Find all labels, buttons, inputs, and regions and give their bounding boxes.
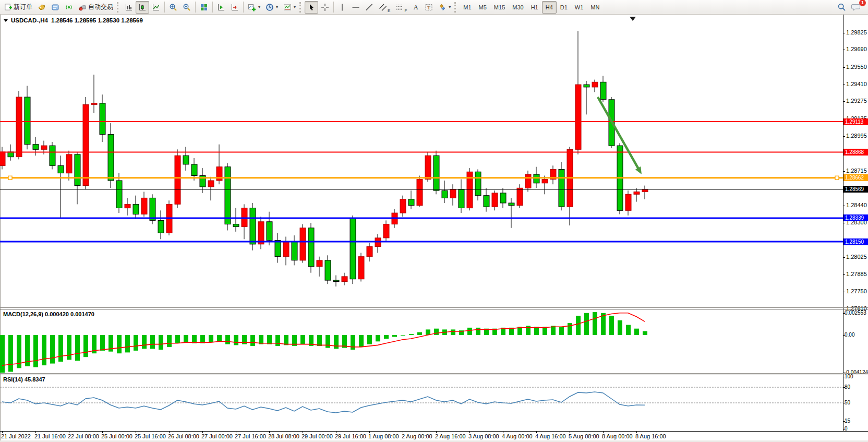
time-axis-label: 21 Jul 2022 (1, 433, 31, 439)
periods-button[interactable]: ▾ (263, 1, 281, 14)
ohlc-label: 1.28546 1.28595 1.28530 1.28569 (51, 17, 143, 23)
time-axis-label: 8 Aug 00:00 (602, 433, 633, 439)
toolbar-separator (333, 2, 334, 13)
time-axis-label: 1 Aug 08:00 (368, 433, 399, 439)
time-axis-label: 26 Jul 08:00 (168, 433, 199, 439)
add-indicator-icon (248, 3, 256, 11)
toolbar-separator (212, 2, 213, 13)
vertical-line-tool-button[interactable] (335, 1, 349, 14)
channel-tool-button[interactable]: E (376, 1, 393, 14)
macd-panel-divider-inner (0, 309, 868, 309)
equidistant-channel-icon (379, 3, 387, 11)
fibonacci-tool-button[interactable]: F (393, 1, 409, 14)
timeframe-button-d1[interactable]: D1 (557, 1, 571, 14)
crosshair-tool-button[interactable] (318, 1, 332, 14)
time-axis-label: 4 Aug 16:00 (535, 433, 566, 439)
price-tick-label: 1.29275 (846, 98, 867, 104)
time-axis-label: 2 Aug 00:00 (402, 433, 432, 439)
new-order-label: 新订单 (14, 3, 32, 11)
timeframe-button-m5[interactable]: M5 (475, 1, 490, 14)
macd-axis-label: 0.00 (845, 332, 854, 338)
zoom-out-icon (183, 3, 191, 11)
text-label-tool-button[interactable]: T (422, 1, 436, 14)
cursor-icon (307, 3, 316, 11)
main-toolbar: 新订单 自动交易 (0, 0, 868, 15)
rsi-label: RSI(14) 45.8347 (3, 376, 45, 383)
autotrading-label: 自动交易 (88, 3, 113, 11)
indicators-button[interactable]: ▾ (245, 1, 263, 14)
templates-button[interactable]: ▾ (281, 1, 298, 14)
price-tick-label: 1.28995 (846, 133, 867, 139)
timeframe-button-m1[interactable]: M1 (460, 1, 475, 14)
toolbar-grip (117, 2, 120, 13)
price-tick-label: 1.29410 (846, 81, 867, 87)
trendline-tool-button[interactable] (363, 1, 376, 14)
chevron-down-icon: ▾ (276, 5, 278, 9)
timeframe-button-h4[interactable]: H4 (542, 1, 557, 14)
price-tick-label: 1.29825 (846, 29, 867, 35)
cursor-tool-button[interactable] (305, 1, 318, 14)
bar-chart-button[interactable] (122, 1, 136, 14)
horizontal-line-tool-button[interactable] (349, 1, 363, 14)
chart-title: USDCAD-,H4 1.28546 1.28595 1.28530 1.285… (4, 17, 143, 23)
new-order-icon (4, 3, 12, 11)
price-level-badge: 1.29113 (843, 118, 868, 125)
rsi-panel-divider[interactable] (0, 373, 868, 374)
window-icon (51, 3, 59, 11)
time-axis-label: 4 Aug 00:00 (502, 433, 533, 439)
rsi-panel-divider-inner (0, 375, 868, 375)
timeframe-button-mn[interactable]: MN (587, 1, 603, 14)
timeframe-button-m30[interactable]: M30 (509, 1, 527, 14)
timeframe-button-m15[interactable]: M15 (490, 1, 509, 14)
candlestick-chart-button[interactable] (136, 1, 149, 14)
price-level-badge: 1.28868 (843, 149, 868, 156)
chart-shift-button[interactable] (228, 1, 242, 14)
rsi-axis-label: 80 (845, 384, 850, 390)
time-axis-divider (0, 431, 868, 432)
auto-scroll-icon (217, 3, 225, 11)
price-tick-label: 1.29690 (846, 46, 867, 52)
signals-button[interactable] (62, 1, 76, 14)
rsi-axis-label: 50 (845, 400, 850, 405)
time-axis-label: 8 Aug 16:00 (635, 433, 666, 439)
tile-windows-button[interactable] (197, 1, 211, 14)
time-axis-label: 21 Jul 16:00 (34, 433, 66, 439)
rsi-axis-label: 15 (845, 418, 850, 424)
text-tool-button[interactable]: A (409, 1, 422, 14)
search-button[interactable] (835, 1, 849, 14)
auto-scroll-button[interactable] (214, 1, 228, 14)
symbol-dropdown-icon[interactable] (4, 19, 8, 22)
chart-shift-icon (231, 3, 239, 11)
price-tick-label: 1.28440 (846, 202, 867, 208)
time-axis-label: 22 Jul 08:00 (68, 433, 99, 439)
chart-window[interactable] (0, 15, 868, 442)
search-icon (837, 3, 846, 11)
notifications-button[interactable]: 1 (849, 1, 863, 14)
candlestick-chart-icon (138, 3, 147, 11)
chevron-down-icon: ▾ (449, 5, 451, 9)
time-axis-label: 29 Jul 16:00 (335, 433, 366, 439)
macd-panel-divider[interactable] (0, 307, 868, 308)
timeframe-button-h1[interactable]: H1 (527, 1, 542, 14)
bar-chart-icon (125, 3, 133, 11)
timeframe-group: M1M5M15M30H1H4D1W1MN (460, 1, 603, 14)
chevron-down-icon: ▾ (294, 5, 296, 9)
svg-text:T: T (428, 5, 431, 10)
zoom-out-button[interactable] (180, 1, 194, 14)
autotrading-button[interactable]: 自动交易 (76, 1, 116, 14)
channel-tool-sub-label: E (388, 8, 390, 13)
market-watch-button[interactable] (35, 1, 49, 14)
trendline-icon (365, 3, 373, 11)
horizontal-line-icon (352, 3, 360, 11)
new-order-button[interactable]: 新订单 (2, 1, 35, 14)
line-chart-button[interactable] (149, 1, 163, 14)
price-tick-label: 1.28715 (846, 168, 867, 174)
text-label-icon: T (425, 3, 433, 11)
navigator-button[interactable] (49, 1, 62, 14)
price-level-badge: 1.28339 (843, 214, 868, 221)
zoom-in-button[interactable] (166, 1, 180, 14)
symbol-period-label: USDCAD-,H4 (11, 17, 48, 23)
autotrading-icon (78, 3, 87, 11)
arrows-tool-button[interactable]: ▾ (436, 1, 453, 14)
timeframe-button-w1[interactable]: W1 (571, 1, 587, 14)
